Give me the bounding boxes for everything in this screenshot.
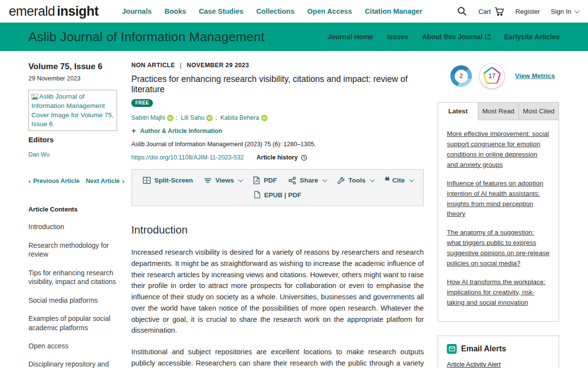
previous-article-link[interactable]: ‹ Previous Article: [28, 177, 79, 185]
view-metrics-link[interactable]: View Metrics: [515, 71, 555, 81]
article-history-toggle[interactable]: Article history: [257, 154, 307, 161]
editors-label: Editors: [28, 135, 118, 144]
share-icon: [288, 177, 296, 184]
nav-collections[interactable]: Collections: [256, 7, 294, 15]
signin-button[interactable]: Sign In: [551, 8, 578, 15]
email-alerts-title: Email Alerts: [461, 344, 506, 353]
toc-social-media[interactable]: Social media platforms: [28, 296, 118, 305]
toc-introduction[interactable]: Introduction: [28, 222, 118, 231]
toc-methodology[interactable]: Research methodology for review: [28, 241, 118, 259]
nav-case-studies[interactable]: Case Studies: [199, 7, 244, 15]
next-article-link[interactable]: Next Article ›: [86, 177, 124, 185]
chevron-down-icon: [574, 8, 580, 13]
article-contents-list: Introduction Research methodology for re…: [28, 222, 118, 368]
latest-article-link[interactable]: The anatomy of a suggestion: what trigge…: [447, 228, 550, 269]
cite-dropdown[interactable]: ❝ Cite: [385, 177, 413, 184]
broken-image-icon: [31, 94, 38, 100]
latest-articles-list: More effective improvement: social suppo…: [438, 120, 559, 321]
author-list: Sabitri Majhi Lili Sahu Kabita Behera: [131, 114, 424, 121]
article-toolbar: Split-Screen Views PDF Share: [131, 169, 424, 206]
email-icon: [447, 344, 457, 354]
journal-nav-earlycite[interactable]: Earlycite Articles: [504, 33, 560, 41]
pdf-file-icon: [253, 176, 260, 184]
right-rail: 2 17 View Metrics Latest Most Read Most: [438, 62, 559, 368]
journal-nav-issues[interactable]: Issues: [387, 33, 409, 41]
tools-dropdown[interactable]: Tools: [337, 177, 373, 184]
toc-tips[interactable]: Tips for enhancing research visibility, …: [28, 268, 118, 287]
logo-insight: insight: [57, 4, 98, 19]
cart-button[interactable]: Cart: [478, 6, 505, 16]
article-kicker: NON ARTICLE NOVEMBER 29 2023: [131, 62, 424, 69]
nav-open-access[interactable]: Open Access: [307, 7, 352, 15]
file-icon: [254, 191, 261, 199]
metrics-badges: 2 17 View Metrics: [438, 64, 559, 88]
search-icon[interactable]: [457, 6, 467, 17]
orcid-icon[interactable]: [206, 115, 213, 121]
related-tabs: Latest Most Read Most Cited: [438, 103, 559, 120]
plus-icon: +: [131, 129, 136, 133]
register-button[interactable]: Register: [515, 8, 540, 15]
article-date: NOVEMBER 29 2023: [187, 62, 249, 69]
chevron-down-icon: [238, 177, 243, 182]
journal-banner: Aslib Journal of Information Management …: [0, 23, 588, 51]
cart-icon: [494, 6, 505, 16]
journal-title[interactable]: Aslib Journal of Information Management: [28, 29, 265, 45]
orcid-icon[interactable]: [261, 115, 268, 121]
editor-link[interactable]: Dan Wu: [28, 151, 49, 158]
latest-article-link[interactable]: Influence of features on adoption intent…: [447, 179, 550, 220]
dimensions-count: 17: [486, 70, 498, 82]
journal-nav-home[interactable]: Journal Home: [327, 33, 373, 41]
email-alerts-panel: Email Alerts Article Activity Alert Earl…: [438, 336, 559, 368]
author-link[interactable]: Kabita Behera: [220, 114, 268, 121]
volume-heading: Volume 75, Issue 6: [28, 62, 118, 72]
chevron-down-icon: [409, 177, 414, 182]
tools-wrench-icon: [337, 177, 345, 184]
journal-nav-about[interactable]: About this Journal: [422, 33, 490, 41]
toc-examples[interactable]: Examples of popular social academic plat…: [28, 314, 118, 332]
doi-link[interactable]: https://doi.org/10.1108/AJIM-11-2023-532: [131, 154, 244, 161]
chevron-down-icon: [322, 177, 327, 182]
nav-journals[interactable]: Journals: [122, 7, 151, 15]
orcid-icon[interactable]: [167, 115, 173, 121]
related-articles-panel: Latest Most Read Most Cited More effecti…: [438, 102, 559, 322]
primary-nav: Journals Books Case Studies Collections …: [122, 7, 422, 15]
epub-pdf-button[interactable]: EPUB | PDF: [254, 191, 301, 199]
altmetric-count: 2: [455, 70, 468, 83]
toc-open-access[interactable]: Open access: [28, 342, 118, 350]
tab-latest[interactable]: Latest: [438, 103, 478, 120]
views-dropdown[interactable]: Views: [204, 177, 242, 184]
emerald-insight-logo[interactable]: emerald insight: [9, 4, 98, 19]
external-link-icon: [485, 34, 490, 40]
free-badge: FREE: [131, 99, 153, 107]
intro-paragraph-1: Increased research visibility is desired…: [131, 247, 424, 336]
pdf-button[interactable]: PDF: [253, 176, 277, 184]
split-screen-icon: [143, 176, 151, 184]
tab-most-cited[interactable]: Most Cited: [518, 103, 559, 120]
article-main: NON ARTICLE NOVEMBER 29 2023 Practices f…: [131, 62, 424, 368]
latest-article-link[interactable]: More effective improvement: social suppo…: [447, 129, 550, 170]
views-icon: [204, 177, 212, 184]
toc-repositories[interactable]: Disciplinary repository and institutiona…: [28, 360, 118, 368]
nav-books[interactable]: Books: [164, 7, 186, 15]
author-link[interactable]: Lili Sahu: [181, 114, 220, 121]
article-activity-alert-link[interactable]: Article Activity Alert: [447, 361, 501, 368]
altmetric-badge[interactable]: 2: [450, 65, 472, 87]
journal-nav: Journal Home Issues About this Journal E…: [327, 33, 560, 41]
tab-most-read[interactable]: Most Read: [478, 103, 518, 120]
share-dropdown[interactable]: Share: [288, 177, 326, 184]
author-link[interactable]: Sabitri Majhi: [131, 114, 181, 121]
nav-citation-manager[interactable]: Citation Manager: [365, 7, 422, 15]
citation-text: Aslib Journal of Information Management …: [131, 141, 424, 148]
logo-emerald: emerald: [9, 4, 55, 19]
history-clock-icon: [301, 155, 307, 161]
cover-image-placeholder[interactable]: Aslib Journal of Information Management …: [28, 90, 117, 131]
latest-article-link[interactable]: How AI transforms the workplace: implica…: [447, 277, 550, 308]
chevron-right-icon: ›: [122, 177, 124, 185]
issue-sidebar: Volume 75, Issue 6 29 November 2023 Asli…: [28, 62, 118, 368]
article-title: Practices for enhancing research visibil…: [131, 74, 424, 95]
dimensions-badge[interactable]: 17: [480, 64, 504, 88]
cite-quote-icon: ❝: [385, 178, 389, 184]
author-info-toggle[interactable]: + Author & Article Information: [131, 128, 424, 134]
chevron-left-icon: ‹: [28, 177, 31, 185]
split-screen-button[interactable]: Split-Screen: [143, 176, 193, 184]
